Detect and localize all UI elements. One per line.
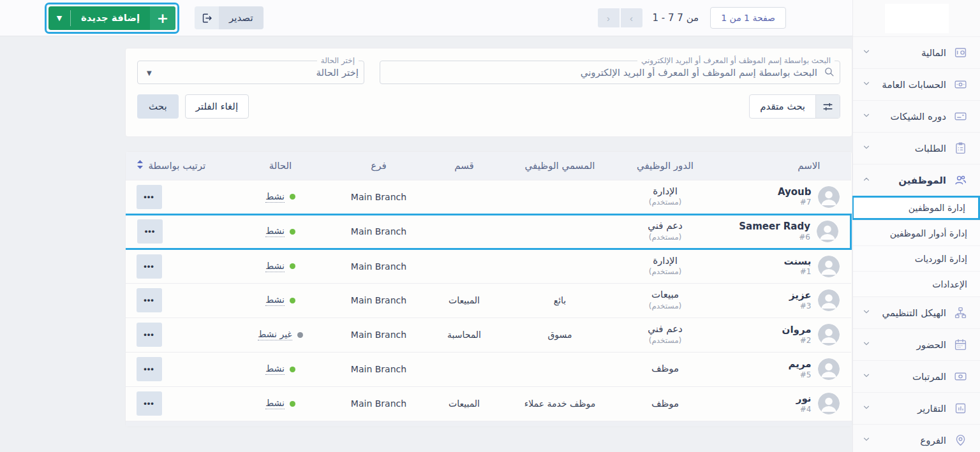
sidebar-item-label: التقارير	[878, 403, 946, 414]
sidebar-item-label: الهيكل التنظيمي	[878, 307, 946, 319]
status-dot	[290, 298, 295, 303]
add-new-label: إضافة جديدة	[71, 6, 150, 30]
search-input[interactable]	[387, 67, 817, 78]
sort-label: ترتيب بواسطة	[149, 160, 206, 171]
employee-id: #7	[778, 198, 812, 207]
sidebar-item-label: الموظفين	[878, 175, 946, 186]
row-actions-button[interactable]: •••	[137, 323, 162, 347]
chevron-icon	[862, 339, 871, 351]
table-row[interactable]: مريم #5 موظف Main Branch نشط •••	[125, 352, 851, 386]
table-row[interactable]: عزيز #3 مبيعات (مستخدم) بائع المبيعات Ma…	[125, 283, 851, 317]
status-dot	[290, 263, 295, 269]
table-row[interactable]: نور #4 موظف موظف خدمة عملاء المبيعات Mai…	[125, 386, 851, 421]
employee-role: دعم فني	[620, 323, 711, 336]
sidebar-subitem-label: إدارة أدوار الموظفين	[890, 228, 967, 238]
avatar	[818, 324, 840, 346]
employee-id: #3	[789, 302, 812, 311]
sidebar-item-branches[interactable]: الفروع	[853, 424, 980, 452]
sort-icon	[137, 160, 144, 171]
table-row[interactable]: Ayoub #7 الإدارة (مستخدم) Main Branch نش…	[125, 180, 851, 214]
employee-title	[505, 249, 615, 283]
advanced-search-label: بحث متقدم	[750, 95, 815, 118]
avatar	[818, 289, 840, 311]
status-dot	[290, 401, 295, 407]
map-pin-icon	[953, 434, 967, 448]
status-select[interactable]: إختر الحالة ▼	[144, 65, 359, 80]
sidebar-item-org-structure[interactable]: الهيكل التنظيمي	[853, 296, 980, 328]
employees-icon	[953, 173, 967, 187]
sidebar-item-label: الطلبات	[878, 143, 946, 154]
sidebar-item-attendance[interactable]: الحضور	[853, 328, 980, 360]
avatar	[818, 186, 840, 208]
row-actions-button[interactable]: •••	[137, 391, 162, 416]
accounts-icon	[953, 78, 967, 92]
status-label: نشط	[265, 295, 285, 306]
sidebar-subitem-settings[interactable]: الإعدادات	[853, 271, 980, 296]
chevron-icon	[862, 78, 871, 91]
sidebar-item-label: الفروع	[878, 435, 946, 446]
content-area: البحث بواسطة إسم الموظف أو المعرف أو الب…	[0, 36, 852, 452]
sidebar-item-payroll[interactable]: المرتبات	[853, 360, 980, 392]
avatar	[818, 256, 840, 277]
sidebar-subitem-manage-employees[interactable]: إدارة الموظفين	[852, 196, 980, 220]
row-actions-button[interactable]: •••	[137, 219, 163, 244]
employee-role-type: (مستخدم)	[620, 267, 711, 277]
employee-name: Ayoub	[778, 186, 812, 198]
sidebar-item-employees[interactable]: الموظفين	[853, 164, 980, 196]
sidebar-subitem-label: إدارة الورديات	[915, 254, 967, 264]
table-row[interactable]: مروان #2 دعم فني (مستخدم) مسوق المحاسبة …	[125, 317, 851, 352]
next-page-button[interactable]: ›	[621, 8, 642, 27]
sidebar-subitem-manage-roles[interactable]: إدارة أدوار الموظفين	[853, 220, 980, 245]
header-role: الدور الوظيفي	[615, 152, 716, 180]
sidebar-subitem-manage-shifts[interactable]: إدارة الورديات	[853, 245, 980, 271]
employee-department: المبيعات	[424, 283, 505, 317]
cheques-icon	[953, 110, 967, 124]
add-new-button[interactable]: + إضافة جديدة ▼	[48, 6, 175, 30]
page-indicator[interactable]: صفحة 1 من 1	[710, 7, 786, 29]
status-label: غير نشط	[258, 329, 292, 340]
status-select-value: إختر الحالة	[316, 67, 359, 78]
table-row[interactable]: بسنت #1 الإدارة (مستخدم) Main Branch نشط…	[125, 249, 851, 283]
employee-name: Sameer Rady	[739, 221, 810, 233]
employee-department: المبيعات	[424, 386, 505, 421]
status-label: نشط	[265, 226, 285, 237]
sidebar-item-cheques[interactable]: دوره الشيكات	[853, 100, 980, 132]
chevron-icon	[862, 110, 871, 122]
employee-branch: Main Branch	[334, 214, 424, 249]
add-new-highlight-box: + إضافة جديدة ▼	[45, 3, 179, 34]
advanced-search-button[interactable]: بحث متقدم	[749, 94, 840, 119]
status-label: نشط	[265, 261, 285, 272]
employee-name: نور	[796, 393, 812, 405]
filter-panel: البحث بواسطة إسم الموظف أو المعرف أو الب…	[125, 48, 852, 137]
sidebar-item-finance[interactable]: المالية	[853, 36, 980, 68]
employee-name: مروان	[782, 324, 812, 336]
row-actions-button[interactable]: •••	[137, 357, 162, 381]
export-button[interactable]: تصدير	[195, 6, 264, 29]
status-dot	[297, 332, 303, 338]
row-actions-button[interactable]: •••	[137, 185, 162, 209]
caret-down-icon[interactable]: ▼	[48, 6, 70, 30]
employee-id: #2	[782, 336, 812, 346]
row-actions-button[interactable]: •••	[137, 254, 162, 279]
row-actions-button[interactable]: •••	[137, 288, 162, 312]
employee-title	[505, 180, 615, 214]
employee-role: دعم فني	[620, 220, 711, 233]
employees-table: الاسم الدور الوظيفي المسمي الوظيفي قسم ف…	[125, 152, 852, 421]
table-row[interactable]: Sameer Rady #6 دعم فني (مستخدم) Main Bra…	[125, 214, 851, 249]
sidebar-item-label: المرتبات	[878, 371, 946, 383]
sliders-icon	[815, 95, 840, 118]
employee-branch: Main Branch	[334, 180, 424, 214]
employee-branch: Main Branch	[334, 317, 424, 352]
header-branch: فرع	[334, 152, 424, 180]
header-sort[interactable]: ترتيب بواسطة	[125, 152, 227, 180]
sidebar-item-reports[interactable]: التقارير	[853, 392, 980, 424]
employee-role: الإدارة	[620, 255, 711, 268]
employee-title: موظف خدمة عملاء	[505, 386, 615, 421]
employee-branch: Main Branch	[334, 386, 424, 421]
prev-page-button[interactable]: ‹	[598, 8, 620, 27]
search-button[interactable]: بحث	[137, 94, 179, 119]
clear-filter-button[interactable]: إلغاء الفلتر	[185, 94, 249, 119]
sidebar-item-accounts[interactable]: الحسابات العامة	[853, 68, 980, 100]
employee-department: المحاسبة	[424, 317, 505, 352]
sidebar-item-requests[interactable]: الطلبات	[853, 132, 980, 164]
